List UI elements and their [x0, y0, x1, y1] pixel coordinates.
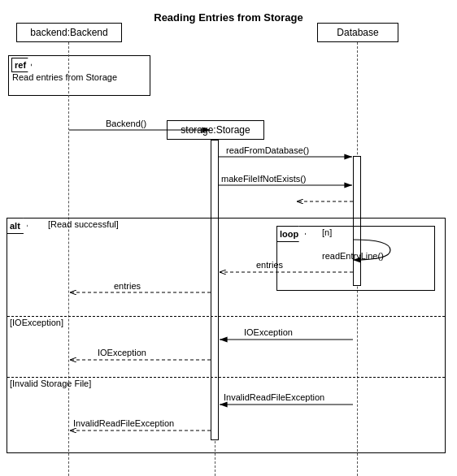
loop-fragment: loop [n] readEntryLine() [276, 226, 435, 291]
ref-text: Read entries from Storage [12, 72, 117, 82]
alt-guard1: [Read successful] [48, 219, 119, 229]
alt-guard3: [Invalid Storage File] [10, 379, 91, 388]
alt-guard2: [IOException] [10, 318, 63, 327]
arrow-read-from-db-label: readFromDatabase() [226, 145, 309, 155]
arrow-make-file-label: makeFileIfNotExists() [221, 174, 307, 184]
alt-divider2 [7, 377, 445, 378]
lifeline-storage: storage:Storage [167, 120, 264, 140]
loop-method-label: readEntryLine() [322, 251, 384, 261]
lifeline-backend: backend:Backend [16, 23, 122, 42]
alt-label: alt [7, 218, 28, 234]
diagram-title: Reading Entries from Storage [0, 5, 457, 24]
arrow-backend-label: Backend() [106, 119, 146, 128]
ref-keyword: ref [11, 58, 32, 72]
loop-label: loop [276, 226, 306, 242]
loop-guard: [n] [322, 227, 332, 237]
diagram-container: Reading Entries from Storage backend:Bac… [0, 0, 457, 476]
alt-divider1 [7, 316, 445, 317]
ref-box: ref Read entries from Storage [8, 55, 150, 96]
lifeline-database: Database [317, 23, 398, 42]
